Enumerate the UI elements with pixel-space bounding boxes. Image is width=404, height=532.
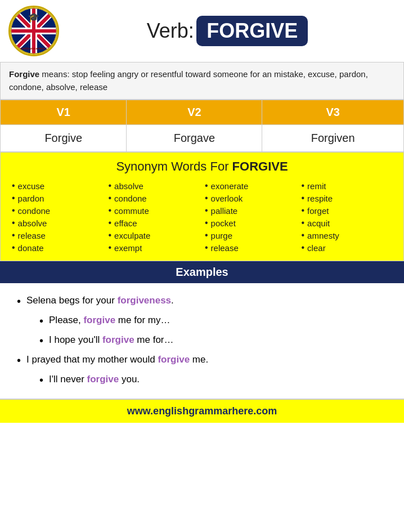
bullet-icon: • <box>12 230 15 240</box>
bullet-icon: • <box>39 374 43 387</box>
examples-header: Examples <box>0 261 404 283</box>
bullet-icon: • <box>302 218 305 228</box>
bullet-icon: • <box>205 205 208 216</box>
list-item: •condone <box>12 204 103 217</box>
page-title: Verb: FORGIVE <box>59 16 396 46</box>
list-item: •pocket <box>205 217 296 229</box>
bullet-icon: • <box>109 181 112 191</box>
example-text-1: Selena begs for your forgiveness. <box>26 295 174 306</box>
col-header-v1: V1 <box>1 100 127 125</box>
list-item: •commute <box>109 204 200 217</box>
conjugation-table: V1 V2 V3 Forgive Forgave Forgiven <box>0 100 404 152</box>
bullet-icon: • <box>109 243 112 253</box>
synonym-title-regular: Synonym Words For <box>116 159 232 173</box>
bullet-icon: • <box>205 193 208 203</box>
bullet-icon: • <box>17 354 21 367</box>
bullet-icon: • <box>12 193 15 203</box>
bullet-icon: • <box>205 181 208 191</box>
definition-bold-word: Forgive <box>9 69 39 79</box>
bullet-icon: • <box>17 295 21 308</box>
list-item: •absolve <box>109 180 200 192</box>
bullet-icon: • <box>205 243 208 253</box>
bullet-icon: • <box>302 205 305 216</box>
verb-label: Verb: <box>147 19 194 42</box>
bullet-icon: • <box>12 243 15 253</box>
logo: 🎓 EnglishGrammarHere.Com <box>8 6 59 56</box>
bullet-icon: • <box>39 315 43 328</box>
example-text-4: I prayed that my mother would forgive me… <box>26 354 208 365</box>
form-v3: Forgiven <box>262 125 404 152</box>
example-text-2: Please, forgive me for my… <box>49 315 170 326</box>
definition-text: means: stop feeling angry or resentful t… <box>9 69 368 92</box>
bullet-icon: • <box>302 243 305 253</box>
bullet-icon: • <box>12 181 15 191</box>
examples-section: Examples • Selena begs for your forgiven… <box>0 261 404 399</box>
list-item: •forget <box>302 204 393 217</box>
bullet-icon: • <box>302 181 305 191</box>
synonym-title: Synonym Words For FORGIVE <box>9 159 395 174</box>
list-item: •exempt <box>109 242 200 254</box>
list-item: •exculpate <box>109 229 200 242</box>
form-v2: Forgave <box>127 125 262 152</box>
list-item: •condone <box>109 192 200 204</box>
bullet-icon: • <box>12 205 15 216</box>
example-text-5: I'll never forgive you. <box>49 374 140 385</box>
list-item: •absolve <box>12 217 103 229</box>
list-item: •amnesty <box>302 229 393 242</box>
list-item: •respite <box>302 192 393 204</box>
synonym-col-2: •absolve •condone •commute •efface •excu… <box>106 180 203 254</box>
list-item: •excuse <box>12 180 103 192</box>
bullet-icon: • <box>109 230 112 240</box>
synonym-grid: •excuse •pardon •condone •absolve •relea… <box>9 180 395 254</box>
example-text-3: I hope you'll forgive me for… <box>49 334 174 346</box>
list-item: •overlook <box>205 192 296 204</box>
col-header-v2: V2 <box>127 100 262 125</box>
bullet-icon: • <box>109 193 112 203</box>
bullet-icon: • <box>39 334 43 347</box>
list-item: •remit <box>302 180 393 192</box>
col-header-v3: V3 <box>262 100 404 125</box>
footer: www.englishgrammarhere.com <box>0 399 404 423</box>
list-item: •release <box>205 242 296 254</box>
bullet-icon: • <box>205 230 208 240</box>
list-item: •efface <box>109 217 200 229</box>
bullet-icon: • <box>302 230 305 240</box>
footer-url: www.englishgrammarhere.com <box>127 405 277 417</box>
list-item: •exonerate <box>205 180 296 192</box>
list-item: •clear <box>302 242 393 254</box>
bullet-icon: • <box>205 218 208 228</box>
bullet-icon: • <box>109 205 112 216</box>
synonym-col-1: •excuse •pardon •condone •absolve •relea… <box>9 180 106 254</box>
list-item: •pardon <box>12 192 103 204</box>
list-item: •purge <box>205 229 296 242</box>
definition-box: Forgive means: stop feeling angry or res… <box>0 62 404 100</box>
list-item: •release <box>12 229 103 242</box>
synonym-col-4: •remit •respite •forget •acquit •amnesty… <box>299 180 396 254</box>
synonym-title-bold: FORGIVE <box>232 159 288 173</box>
synonym-col-3: •exonerate •overlook •palliate •pocket •… <box>202 180 299 254</box>
list-item: •donate <box>12 242 103 254</box>
list-item: •palliate <box>205 204 296 217</box>
synonym-section: Synonym Words For FORGIVE •excuse •pardo… <box>0 152 404 261</box>
header-section: 🎓 EnglishGrammarHere.Com Verb: FORGIVE <box>0 0 404 62</box>
list-item: •acquit <box>302 217 393 229</box>
bullet-icon: • <box>109 218 112 228</box>
bullet-icon: • <box>12 218 15 228</box>
examples-body: • Selena begs for your forgiveness. • Pl… <box>0 283 404 399</box>
form-v1: Forgive <box>1 125 127 152</box>
bullet-icon: • <box>302 193 305 203</box>
verb-word: FORGIVE <box>196 16 308 46</box>
